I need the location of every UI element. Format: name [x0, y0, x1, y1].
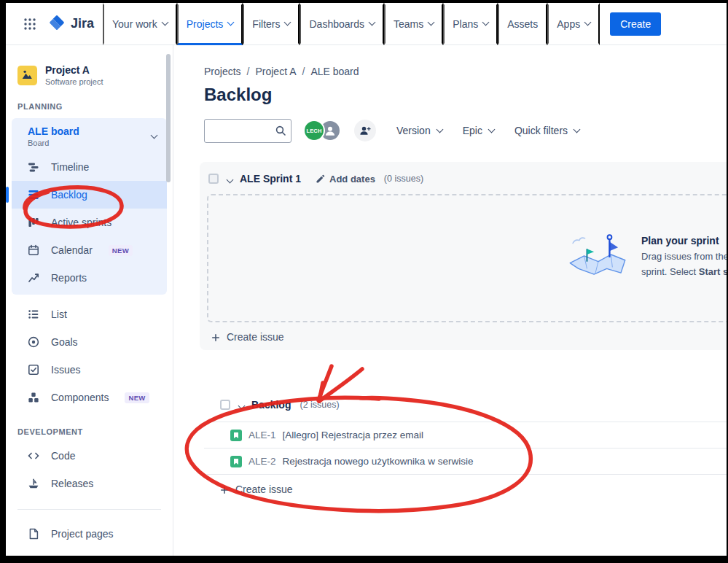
- chevron-down-icon: [161, 19, 168, 26]
- issue-row-ale-1[interactable]: ALE-1 [Allegro] Rejestracja przez email: [204, 422, 727, 449]
- chevron-down-icon: [574, 125, 581, 133]
- plus-icon: [211, 333, 220, 341]
- quick-filters[interactable]: Quick filters: [514, 125, 579, 136]
- backlog-create-issue-button[interactable]: Create issue: [220, 484, 293, 495]
- breadcrumb: Projects / Project A / ALE board: [204, 66, 727, 77]
- nav-assets[interactable]: Assets: [498, 3, 547, 45]
- chevron-down-icon[interactable]: [151, 131, 158, 139]
- backlog-header: Backlog (2 issues): [220, 398, 727, 411]
- sidebar-scrollbar[interactable]: [166, 54, 171, 182]
- sprint-empty-state: Plan your sprint Drag issues from the Ba…: [565, 232, 727, 280]
- target-icon: [26, 335, 41, 349]
- chart-icon: [26, 271, 41, 285]
- backlog-name[interactable]: Backlog: [251, 399, 291, 411]
- top-navbar: Jira Your work Projects Filters Dashboar…: [6, 3, 727, 45]
- jira-logo-text: Jira: [71, 16, 94, 31]
- search-box: [204, 119, 291, 143]
- add-dates-button[interactable]: Add dates: [316, 174, 375, 185]
- story-type-icon: [230, 456, 242, 467]
- project-avatar: [17, 66, 37, 85]
- nav-apps[interactable]: Apps: [547, 3, 600, 45]
- nav-projects[interactable]: Projects: [177, 3, 243, 45]
- jira-window: Jira Your work Projects Filters Dashboar…: [6, 3, 727, 556]
- timeline-icon: [26, 160, 41, 174]
- components-icon: [26, 390, 41, 405]
- search-icon: [275, 125, 286, 136]
- breadcrumb-ale-board[interactable]: ALE board: [310, 66, 359, 77]
- nav-plans[interactable]: Plans: [443, 3, 498, 45]
- create-button[interactable]: Create: [610, 12, 661, 36]
- sidebar-item-calendar[interactable]: Calendar NEW: [12, 236, 167, 264]
- sprint-collapse-chevron-icon[interactable]: [227, 172, 232, 185]
- chevron-down-icon: [369, 19, 376, 26]
- new-badge: NEW: [109, 245, 133, 256]
- sidebar-item-active-sprints[interactable]: Active sprints: [12, 209, 167, 236]
- epic-filter[interactable]: Epic: [463, 125, 494, 136]
- sprint-dropzone[interactable]: Plan your sprint Drag issues from the Ba…: [207, 194, 727, 322]
- chevron-down-icon: [284, 19, 291, 26]
- development-section-label: DEVELOPMENT: [6, 427, 173, 436]
- backlog-issue-count: (2 issues): [300, 400, 339, 410]
- code-icon: [26, 449, 41, 463]
- selected-indicator: [6, 187, 9, 203]
- project-sidebar: Project A Software project PLANNING ALE …: [6, 45, 173, 556]
- backlog-checkbox[interactable]: [220, 400, 230, 410]
- chevron-down-icon: [436, 125, 443, 133]
- sidebar-item-reports[interactable]: Reports: [12, 264, 167, 292]
- project-type: Software project: [45, 77, 103, 86]
- plan-sprint-line1: Drag issues from the Bac: [641, 251, 727, 262]
- backlog-icon: [26, 187, 41, 202]
- sidebar-item-backlog[interactable]: Backlog: [12, 181, 167, 209]
- sidebar-item-ale-board[interactable]: ALE board Board: [12, 118, 167, 153]
- issue-key: ALE-1: [248, 430, 276, 440]
- nav-filters[interactable]: Filters: [243, 3, 300, 45]
- chevron-down-icon: [488, 125, 495, 133]
- jira-logo[interactable]: Jira: [48, 14, 94, 34]
- sidebar-item-code[interactable]: Code: [6, 442, 173, 470]
- sidebar-item-goals[interactable]: Goals: [6, 328, 173, 356]
- jira-logo-icon: [48, 14, 66, 34]
- avatar-lech[interactable]: LECH: [303, 120, 325, 141]
- nav-teams[interactable]: Teams: [384, 3, 443, 45]
- backlog-issue-list: ALE-1 [Allegro] Rejestracja przez email …: [204, 422, 727, 475]
- version-filter[interactable]: Version: [396, 125, 442, 136]
- sidebar-item-components[interactable]: Components NEW: [6, 384, 173, 411]
- nav-dashboards[interactable]: Dashboards: [300, 3, 384, 45]
- breadcrumb-project-a[interactable]: Project A: [255, 66, 296, 77]
- sidebar-item-issues[interactable]: Issues: [6, 356, 173, 384]
- page-title: Backlog: [204, 85, 727, 105]
- new-badge: NEW: [125, 392, 149, 403]
- backlog-collapse-chevron-icon[interactable]: [239, 398, 244, 411]
- add-people-button[interactable]: [354, 120, 376, 141]
- pencil-icon: [316, 174, 325, 184]
- issue-summary: [Allegro] Rejestracja przez email: [283, 430, 424, 440]
- checkbox-check-icon: [26, 362, 41, 377]
- sidebar-item-list[interactable]: List: [6, 300, 173, 328]
- plus-icon: [220, 485, 229, 494]
- sprint-name[interactable]: ALE Sprint 1: [240, 173, 301, 185]
- board-name: ALE board: [28, 125, 79, 137]
- board-subtitle: Board: [28, 139, 79, 147]
- sprint-create-issue-button[interactable]: Create issue: [211, 331, 284, 343]
- issue-key: ALE-2: [248, 456, 276, 467]
- issue-row-ale-2[interactable]: ALE-2 Rejestracja nowego użytkownika w s…: [204, 449, 727, 475]
- list-icon: [26, 307, 41, 322]
- sidebar-divider: [17, 509, 161, 510]
- board-columns-icon: [26, 215, 41, 230]
- plan-sprint-illustration: [565, 232, 630, 280]
- issue-summary: Rejestracja nowego użytkownika w serwisi…: [283, 456, 474, 467]
- project-name: Project A: [45, 64, 103, 76]
- backlog-section: Backlog (2 issues) ALE-1 [Allegro] Rejes…: [204, 398, 727, 495]
- sprint-issue-count: (0 issues): [384, 174, 423, 184]
- sidebar-item-project-pages[interactable]: Project pages: [6, 520, 173, 548]
- planning-section-label: PLANNING: [6, 102, 173, 111]
- sprint-checkbox[interactable]: [208, 174, 219, 184]
- project-header[interactable]: Project A Software project: [6, 64, 173, 86]
- sidebar-item-timeline[interactable]: Timeline: [12, 153, 167, 181]
- app-switcher-icon[interactable]: [19, 13, 41, 35]
- sidebar-item-releases[interactable]: Releases: [6, 470, 173, 497]
- chevron-down-icon: [482, 19, 490, 26]
- breadcrumb-projects[interactable]: Projects: [204, 66, 241, 77]
- planning-group: ALE board Board Timeline Ba: [12, 118, 167, 295]
- nav-your-work[interactable]: Your work: [103, 3, 177, 45]
